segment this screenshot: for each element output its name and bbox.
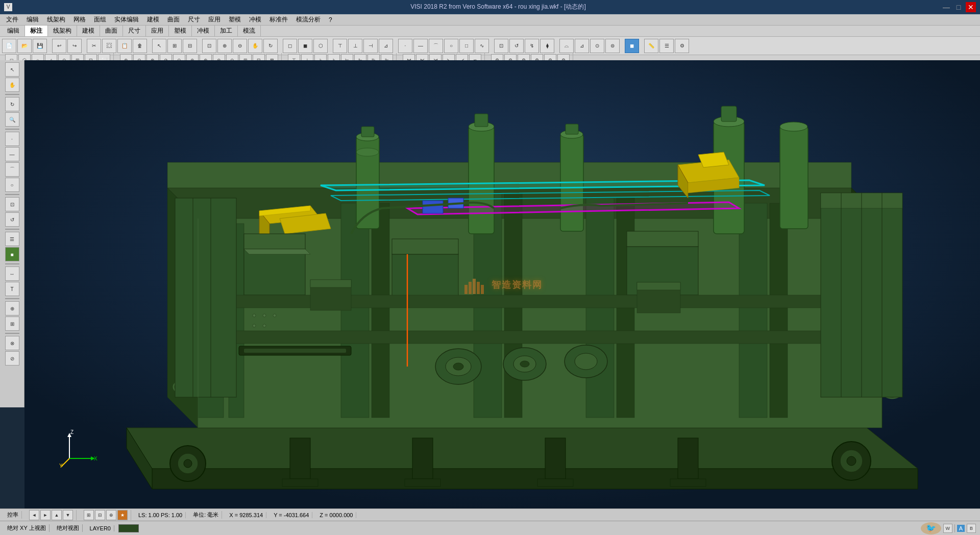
menu-item-建模[interactable]: 建模 xyxy=(143,14,163,25)
nav-btn-2[interactable]: ► xyxy=(40,510,51,520)
sb-revolve-btn[interactable]: ↺ xyxy=(5,212,19,227)
sb-color-btn[interactable]: ■ xyxy=(5,247,19,261)
nav-btn-3[interactable]: ▲ xyxy=(52,510,62,520)
active-tool-btn[interactable]: ◼ xyxy=(625,39,639,53)
right-view-btn[interactable]: ⊣ xyxy=(363,39,378,53)
menu-item-模流分析[interactable]: 模流分析 xyxy=(292,14,325,25)
zoom-fit-btn[interactable]: ⊡ xyxy=(202,39,216,53)
menu-item-线架构[interactable]: 线架构 xyxy=(43,14,69,25)
measure-btn[interactable]: 📏 xyxy=(644,39,658,53)
menu-item-冲模[interactable]: 冲模 xyxy=(245,14,265,25)
arc-btn[interactable]: ⌒ xyxy=(429,39,443,53)
maximize-button[interactable]: □ xyxy=(953,2,964,12)
revolve-btn[interactable]: ↺ xyxy=(509,39,524,53)
menu-item-?[interactable]: ? xyxy=(325,15,336,25)
menu-item-标准件[interactable]: 标准件 xyxy=(265,14,292,25)
extra-btn-1[interactable]: ⊞ xyxy=(84,510,94,520)
menu-item-网格[interactable]: 网格 xyxy=(69,14,90,25)
zoom-in-btn[interactable]: ⊕ xyxy=(217,39,232,53)
tab-应用[interactable]: 应用 xyxy=(146,26,169,36)
tab-标注[interactable]: 标注 xyxy=(25,26,48,36)
wire-btn[interactable]: ◻ xyxy=(283,39,297,53)
sb-select-btn[interactable]: ↖ xyxy=(5,62,19,77)
sb-text-btn[interactable]: T xyxy=(5,282,19,296)
delete-button[interactable]: 🗑 xyxy=(133,39,147,53)
front-view-btn[interactable]: ⊥ xyxy=(348,39,362,53)
sb-pan-btn[interactable]: ✋ xyxy=(5,78,19,92)
rect-btn[interactable]: □ xyxy=(459,39,474,53)
menu-item-尺寸[interactable]: 尺寸 xyxy=(184,14,204,25)
shade-wire-btn[interactable]: ⬡ xyxy=(313,39,328,53)
tab-加工[interactable]: 加工 xyxy=(215,26,238,36)
rotate-btn[interactable]: ↻ xyxy=(263,39,278,53)
open-button[interactable]: 📂 xyxy=(17,39,32,53)
extra-btn-3[interactable]: ⊕ xyxy=(106,510,116,520)
sweep-btn[interactable]: ↯ xyxy=(525,39,539,53)
sb-right-btn-2[interactable]: B xyxy=(967,524,976,533)
sb-arc-btn[interactable]: ⌒ xyxy=(5,162,19,177)
fillet-btn[interactable]: ⌓ xyxy=(559,39,574,53)
sb-circle-btn[interactable]: ○ xyxy=(5,178,19,192)
shade-btn[interactable]: ◼ xyxy=(298,39,312,53)
tab-建模[interactable]: 建模 xyxy=(77,26,100,36)
close-button[interactable]: ✕ xyxy=(966,2,976,12)
menu-item-面组[interactable]: 面组 xyxy=(90,14,110,25)
sb-misc2-btn[interactable]: ⊘ xyxy=(5,351,19,366)
spline-btn[interactable]: ∿ xyxy=(475,39,489,53)
tab-塑模[interactable]: 塑模 xyxy=(169,26,192,36)
layer-btn[interactable]: ☰ xyxy=(659,39,674,53)
sb-right-btn-1[interactable]: W xyxy=(943,524,952,533)
top-view-btn[interactable]: ⊤ xyxy=(333,39,347,53)
deselect-btn[interactable]: ⊟ xyxy=(183,39,197,53)
offset-btn[interactable]: ⊜ xyxy=(605,39,620,53)
new-button[interactable]: 📄 xyxy=(2,39,16,53)
sb-zoom-btn[interactable]: 🔍 xyxy=(5,112,19,127)
extra-btn-4[interactable]: ★ xyxy=(117,510,128,520)
menu-item-曲面[interactable]: 曲面 xyxy=(163,14,184,25)
cut-button[interactable]: ✂ xyxy=(87,39,101,53)
extra-btn-2[interactable]: ⊟ xyxy=(95,510,105,520)
point-btn[interactable]: · xyxy=(398,39,412,53)
sb-line-btn[interactable]: — xyxy=(5,147,19,161)
tab-曲面[interactable]: 曲面 xyxy=(100,26,123,36)
copy-button[interactable]: ⿴ xyxy=(102,39,116,53)
iso-view-btn[interactable]: ⊿ xyxy=(379,39,393,53)
menu-item-文件[interactable]: 文件 xyxy=(2,14,22,25)
nav-btn-1[interactable]: ◄ xyxy=(29,510,39,520)
sb-extrude-btn[interactable]: ⊡ xyxy=(5,197,19,211)
redo-button[interactable]: ↪ xyxy=(67,39,82,53)
tab-冲模[interactable]: 冲模 xyxy=(192,26,215,36)
sb-grid-btn[interactable]: ⊞ xyxy=(5,317,19,331)
zoom-out-btn[interactable]: ⊖ xyxy=(233,39,247,53)
nav-btn-4[interactable]: ▼ xyxy=(63,510,73,520)
loft-btn[interactable]: ⧫ xyxy=(540,39,554,53)
menu-item-塑模[interactable]: 塑模 xyxy=(225,14,245,25)
sb-snap-btn[interactable]: ⊕ xyxy=(5,301,19,315)
chamfer-btn[interactable]: ⊿ xyxy=(575,39,589,53)
sb-point-btn[interactable]: · xyxy=(5,132,19,146)
minimize-button[interactable]: — xyxy=(941,2,951,12)
sb-dim-btn[interactable]: ↔ xyxy=(5,266,19,281)
circle-btn[interactable]: ○ xyxy=(444,39,458,53)
save-button[interactable]: 💾 xyxy=(33,39,47,53)
sb-misc1-btn[interactable]: ⊗ xyxy=(5,336,19,350)
extrude-btn[interactable]: ⊡ xyxy=(494,39,508,53)
pan-btn[interactable]: ✋ xyxy=(248,39,262,53)
3d-viewport[interactable]: 智造资料网 Z X Y xyxy=(24,60,980,509)
menu-item-实体编辑[interactable]: 实体编辑 xyxy=(110,14,143,25)
sb-layer-btn[interactable]: ☰ xyxy=(5,232,19,246)
tab-编辑[interactable]: 编辑 xyxy=(2,26,25,36)
select-btn[interactable]: ↖ xyxy=(152,39,166,53)
line-btn[interactable]: — xyxy=(413,39,428,53)
shell-btn[interactable]: ⊙ xyxy=(590,39,604,53)
sb-rotate-btn[interactable]: ↻ xyxy=(5,97,19,111)
select-all-btn[interactable]: ⊞ xyxy=(167,39,182,53)
menu-item-编辑[interactable]: 编辑 xyxy=(22,14,43,25)
tab-模流[interactable]: 模流 xyxy=(238,26,261,36)
undo-button[interactable]: ↩ xyxy=(52,39,66,53)
tab-尺寸[interactable]: 尺寸 xyxy=(123,26,146,36)
paste-button[interactable]: 📋 xyxy=(117,39,132,53)
tab-线架构[interactable]: 线架构 xyxy=(48,26,77,36)
menu-item-应用[interactable]: 应用 xyxy=(204,14,225,25)
props-btn[interactable]: ⚙ xyxy=(675,39,689,53)
